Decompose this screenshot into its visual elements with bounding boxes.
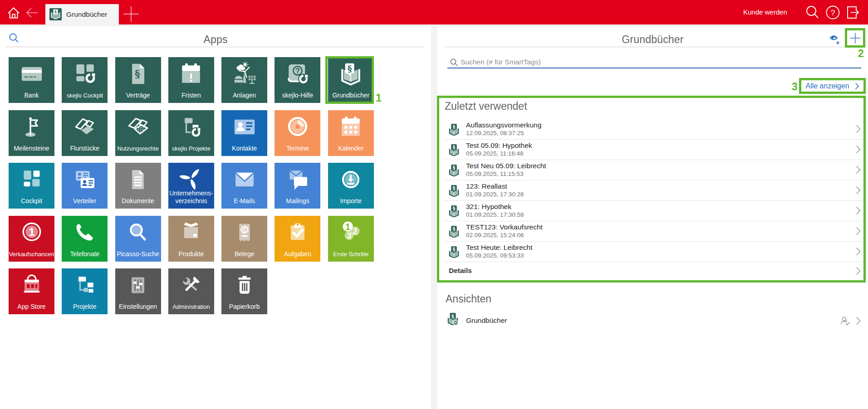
app-tile-produkte[interactable]: Produkte xyxy=(168,216,214,262)
app-tile-grundbücher[interactable]: §Grundbücher xyxy=(328,57,374,103)
app-tile-fristen[interactable]: Fristen xyxy=(168,57,214,103)
search-input[interactable] xyxy=(461,56,851,68)
contact-card-icon xyxy=(221,114,267,140)
app-tile-einstellungen[interactable]: Einstellungen xyxy=(115,268,161,314)
back-icon[interactable] xyxy=(25,6,39,19)
apps-panel-title: Apps xyxy=(0,34,431,46)
tab-grundbuecher-icon: § xyxy=(49,8,62,20)
svg-text:1: 1 xyxy=(29,226,35,238)
show-all-button[interactable]: Alle anzeigen xyxy=(801,80,863,92)
app-tile-verteiler[interactable]: Verteiler xyxy=(62,163,108,209)
app-tile-kalender[interactable]: Kalender xyxy=(328,110,374,156)
app-tile-aufgaben[interactable]: Aufgaben xyxy=(275,216,320,262)
view-item-icon: § xyxy=(447,312,459,327)
app-tile-skejlo-cockpit[interactable]: skejlo Cockpit xyxy=(62,57,108,103)
app-tile-label: App Store xyxy=(6,303,57,311)
app-tile-flurstücke[interactable]: Flurstücke xyxy=(62,110,108,156)
app-tile-dokumente[interactable]: Dokumente xyxy=(115,163,161,209)
app-tile-label: Produkte xyxy=(166,250,217,258)
app-tile-skejlo-projekte[interactable]: skejlo Projekte xyxy=(168,110,214,156)
global-search-icon[interactable] xyxy=(805,0,819,24)
add-view-icon[interactable] xyxy=(829,34,841,44)
app-tile-bank[interactable]: Bank xyxy=(9,57,54,103)
tools-icon xyxy=(168,272,214,298)
help-icon[interactable]: ? xyxy=(826,0,840,24)
tree-icon xyxy=(62,272,108,298)
clipboard-check-icon xyxy=(275,219,320,246)
doc-paragraph-icon: § xyxy=(115,61,161,87)
recent-item-title: Test 05.09: Hypothek xyxy=(466,141,532,150)
app-tile-e-mails[interactable]: E-Mails xyxy=(221,163,267,209)
logout-icon[interactable] xyxy=(847,0,860,24)
details-row[interactable]: Details xyxy=(437,262,866,280)
recent-item-title: Test Neu 05.09: Leibrecht xyxy=(466,162,546,170)
app-tile-skejlo-hilfe[interactable]: ? skejlo-Hilfe xyxy=(275,57,320,103)
receipt-icon: € xyxy=(221,219,267,246)
recent-item[interactable]: § Auflassungsvormerkung12.09.2025, 08:37… xyxy=(437,119,866,139)
views-section-title: Ansichten xyxy=(446,293,491,305)
coin-one-icon: 1 xyxy=(9,219,54,246)
app-tile-importe[interactable]: Importe xyxy=(328,163,374,209)
app-tile-mailings[interactable]: Mailings xyxy=(275,163,320,209)
app-tile-papierkorb[interactable]: Papierkorb xyxy=(221,268,267,314)
search-underline xyxy=(447,68,861,68)
grundbuch-record-icon: § xyxy=(448,185,460,196)
recent-item-timestamp: 12.09.2025, 08:37:25 xyxy=(466,130,524,136)
recent-item[interactable]: § Test Heute: Leibrecht05.09.2025, 09:53… xyxy=(437,241,866,262)
app-tile-unternehmens-verzeichnis[interactable]: Unternehmens-verzeichnis xyxy=(168,163,214,209)
app-tile-erste-schritte[interactable]: 2 3 1Erste Schritte xyxy=(328,216,374,262)
app-tile-verkaufschancen[interactable]: 1Verkaufschancen xyxy=(9,216,54,262)
recent-item-timestamp: 05.09.2025, 11:15:53 xyxy=(466,170,524,177)
top-bar: § Grundbücher Kunde werden ? xyxy=(0,0,868,24)
app-tile-app-store[interactable]: App Store xyxy=(9,268,54,314)
app-tile-termine[interactable]: Termine xyxy=(275,110,320,156)
recent-item-chevron-icon xyxy=(856,206,861,215)
new-tab-icon[interactable] xyxy=(123,5,140,23)
svg-text:§: § xyxy=(348,63,352,73)
become-customer-link[interactable]: Kunde werden xyxy=(743,0,787,24)
app-tile-nutzungsrechte[interactable]: Nutzungsrechte xyxy=(115,110,161,156)
svg-text:§: § xyxy=(453,246,456,252)
home-icon[interactable] xyxy=(7,6,20,19)
recent-item[interactable]: § Test 05.09: Hypothek05.09.2025, 11:16:… xyxy=(437,139,866,160)
svg-text:§: § xyxy=(453,144,456,150)
recent-item-chevron-icon xyxy=(856,166,861,174)
app-tile-projekte[interactable]: Projekte xyxy=(62,268,108,314)
details-label: Details xyxy=(449,267,472,275)
apps-header-divider xyxy=(5,47,424,47)
view-item-grundbuecher[interactable]: § Grundbücher xyxy=(437,311,866,329)
app-tile-telefonate[interactable]: Telefonate xyxy=(62,216,108,262)
app-tile-belege[interactable]: € Belege xyxy=(221,216,267,262)
app-tile-label: Telefonate xyxy=(59,250,110,258)
parcels-icon xyxy=(62,114,108,140)
recent-item-chevron-icon xyxy=(856,247,861,256)
app-tile-kontakte[interactable]: Kontakte xyxy=(221,110,267,156)
tab-grundbuecher[interactable]: § Grundbücher xyxy=(45,4,119,24)
show-all-label: Alle anzeigen xyxy=(805,82,849,90)
grundbuch-record-icon: § xyxy=(448,246,460,257)
new-record-button[interactable] xyxy=(850,33,861,44)
app-tile-label: Bank xyxy=(6,92,57,99)
app-tile-label: Verträge xyxy=(113,92,164,99)
app-tile-label: Kalender xyxy=(325,145,377,152)
app-tile-label: Administration xyxy=(166,303,217,311)
app-tile-picasso-suche[interactable]: Picasso-Suche xyxy=(115,216,161,262)
grundbuch-record-icon: § xyxy=(448,205,460,216)
app-tile-administration[interactable]: Administration xyxy=(168,268,214,314)
svg-text:§: § xyxy=(54,10,57,14)
app-tile-cockpit[interactable]: Cockpit xyxy=(9,163,54,209)
app-tile-meilensteine[interactable]: Meilensteine xyxy=(9,110,54,156)
app-tile-verträge[interactable]: §Verträge xyxy=(115,57,161,103)
recent-item[interactable]: § 321: Hypothek01.09.2025, 17:30:58 xyxy=(437,200,866,221)
app-tile-anlagen[interactable]: Anlagen xyxy=(221,57,267,103)
recent-item[interactable]: § Test Neu 05.09: Leibrecht05.09.2025, 1… xyxy=(437,160,866,180)
recent-item[interactable]: § TEST123: Vorkaufsrecht02.09.2025, 15:2… xyxy=(437,221,866,241)
doc-lines-icon xyxy=(115,166,161,193)
recent-item-title: 321: Hypothek xyxy=(466,203,511,211)
apps-panel: Apps Bank skejlo Cockpit §Verträge Frist… xyxy=(0,26,431,409)
trash-icon xyxy=(221,272,267,298)
app-tile-label: Picasso-Suche xyxy=(113,250,164,258)
recent-item[interactable]: § 123: Reallast01.09.2025, 17:30:26 xyxy=(437,180,866,200)
detail-header-divider xyxy=(444,47,849,47)
app-tile-label: Unternehmens-verzeichnis xyxy=(166,190,217,205)
